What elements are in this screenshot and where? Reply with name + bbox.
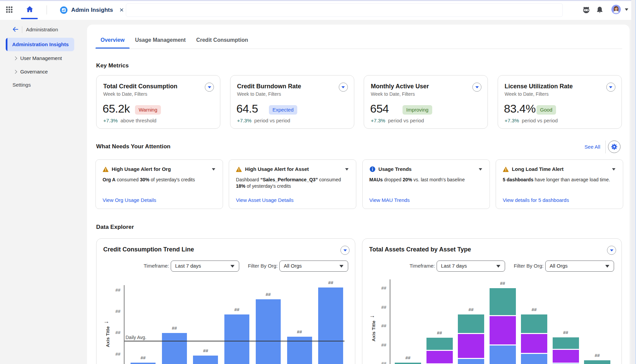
attention-settings-button[interactable] (608, 141, 620, 153)
chart-card: Credit Consumption Trend LineTimeframe:L… (96, 238, 355, 364)
chevron-down-icon[interactable] (212, 168, 215, 171)
metric-delta-note: period vs period (522, 118, 558, 123)
sidebar-item-governance[interactable]: Governance (0, 68, 87, 76)
chart-card: Total Assets Created by Asset TypeTimefr… (362, 238, 622, 364)
bar[interactable] (131, 363, 156, 364)
bar-value-label: ## (437, 330, 442, 335)
stacked-bar[interactable] (553, 337, 579, 364)
user-avatar[interactable] (611, 5, 621, 14)
bar-segment-blue (521, 354, 547, 364)
attention-link[interactable]: View MAU Trends (369, 197, 410, 203)
metric-delta-note: above threshold (120, 118, 157, 123)
attention-card: Usage TrendsMAUs dropped 20% vs. last mo… (362, 159, 490, 209)
chevron-down-icon[interactable] (612, 168, 615, 171)
filter-by-org-dropdown[interactable]: All Orgs (279, 261, 348, 272)
dropdown-value: All Orgs (550, 263, 568, 269)
chart-title: Credit Consumption Trend Line (103, 246, 194, 253)
y-axis-title: Axis Title (371, 321, 376, 341)
section-title-attention: What Needs Your Attention (96, 143, 170, 150)
sidebar-item-label: Governance (20, 69, 48, 74)
expand-menu-icon[interactable] (339, 83, 348, 92)
attention-link[interactable]: View Org Usage Details (103, 197, 156, 203)
back-arrow-icon[interactable] (12, 27, 19, 32)
sidebar-item-administration-insights[interactable]: Administration Insights (6, 38, 74, 51)
stacked-bar[interactable] (458, 314, 484, 364)
bar-segment-teal (584, 360, 610, 364)
bar-segment-purple (426, 351, 453, 364)
bar-value-label: ## (594, 353, 600, 358)
axis-arrow-icon: → (103, 318, 109, 325)
y-axis-tick-label: ## (375, 305, 386, 310)
bar-segment-purple (521, 334, 547, 354)
status-badge: Improving (403, 105, 432, 115)
chevron-down-icon[interactable] (479, 168, 482, 171)
bar-segment-blue (490, 345, 516, 364)
y-axis-tick-label: ## (375, 361, 386, 364)
y-axis-tick-label: ## (109, 287, 120, 293)
bar-value-label: ## (531, 307, 536, 312)
filter-by-org-dropdown[interactable]: All Orgs (545, 261, 614, 272)
bar[interactable] (193, 356, 218, 364)
metric-subtitle: Week to Date, Filters (103, 91, 147, 97)
chevron-down-icon[interactable] (345, 168, 349, 171)
filter-by-org-label: Filter By Org: (494, 263, 544, 269)
metric-card: License Utilization RateWeek to Date, Fi… (498, 75, 622, 129)
status-badge: Expected (269, 105, 298, 115)
assistant-bot-icon[interactable] (582, 6, 590, 14)
bar[interactable] (162, 333, 187, 364)
sidebar-item-settings[interactable]: Settings (0, 81, 87, 89)
selected-item-accent-bar (6, 38, 7, 51)
dropdown-value: Last 7 days (175, 263, 201, 269)
bar-value-label: ## (405, 355, 410, 360)
warning-icon (503, 166, 509, 172)
main-content-panel: Overview Usage Management Credit Consump… (87, 25, 630, 364)
tab-credit-consumption[interactable]: Credit Consumption (196, 31, 248, 49)
metric-delta: +7.3% (103, 118, 118, 123)
expand-menu-icon[interactable] (606, 83, 615, 92)
metric-delta-row: +7.3%above threshold (103, 118, 157, 123)
bar-value-label: ## (140, 355, 145, 360)
metric-delta: +7.3% (505, 118, 519, 123)
user-menu-caret-icon[interactable] (625, 8, 628, 11)
page-scrollbar-track[interactable] (631, 0, 635, 364)
bar-value-label: ## (468, 307, 473, 312)
bar[interactable] (318, 287, 343, 364)
bar[interactable] (224, 314, 249, 364)
chart-title: Total Assets Created by Asset Type (369, 246, 471, 253)
attention-link[interactable]: View details for 5 dashboards (503, 197, 569, 203)
chevron-down-icon (341, 86, 345, 88)
metric-delta: +7.3% (237, 118, 252, 123)
bar[interactable] (256, 299, 281, 364)
see-all-link[interactable]: See All (584, 144, 600, 150)
tabs-divider (95, 49, 622, 49)
stacked-bar[interactable] (490, 288, 516, 364)
key-metrics-row: Total Credit ConsumptionWeek to Date, Fi… (96, 75, 622, 129)
section-title-data-explorer: Data Explorer (96, 224, 134, 231)
stacked-bar[interactable] (521, 314, 547, 364)
attention-link[interactable]: View Asset Usage Details (236, 197, 294, 203)
bar-value-label: ## (234, 307, 240, 312)
expand-menu-icon[interactable] (472, 83, 481, 92)
tab-usage-management[interactable]: Usage Management (135, 31, 186, 49)
chevron-down-icon (475, 86, 479, 88)
y-axis-tick-label: ## (375, 323, 386, 328)
chevron-down-icon (339, 265, 343, 268)
dropdown-value: Last 7 days (441, 263, 467, 269)
stacked-bar[interactable] (426, 338, 453, 364)
stacked-bar[interactable] (395, 363, 421, 364)
metric-card: Credit Burndown RateWeek to Date, Filter… (230, 75, 354, 129)
sidebar-item-label: Administration Insights (12, 41, 69, 47)
chevron-right-icon (13, 70, 17, 73)
sidebar-item-user-management[interactable]: User Management (0, 55, 87, 63)
notifications-bell-icon[interactable] (596, 6, 604, 14)
metric-delta-note: period vs period (254, 118, 290, 123)
expand-menu-icon[interactable] (607, 246, 616, 255)
top-navigation-bar: Admin Insights (0, 0, 636, 20)
metric-value: 65.2k (103, 102, 130, 115)
expand-menu-icon[interactable] (340, 246, 350, 255)
expand-menu-icon[interactable] (205, 83, 214, 92)
stacked-bar[interactable] (584, 360, 610, 364)
metric-delta: +7.3% (371, 118, 385, 123)
y-axis-tick-label: ## (109, 352, 120, 357)
tab-overview[interactable]: Overview (100, 31, 125, 49)
